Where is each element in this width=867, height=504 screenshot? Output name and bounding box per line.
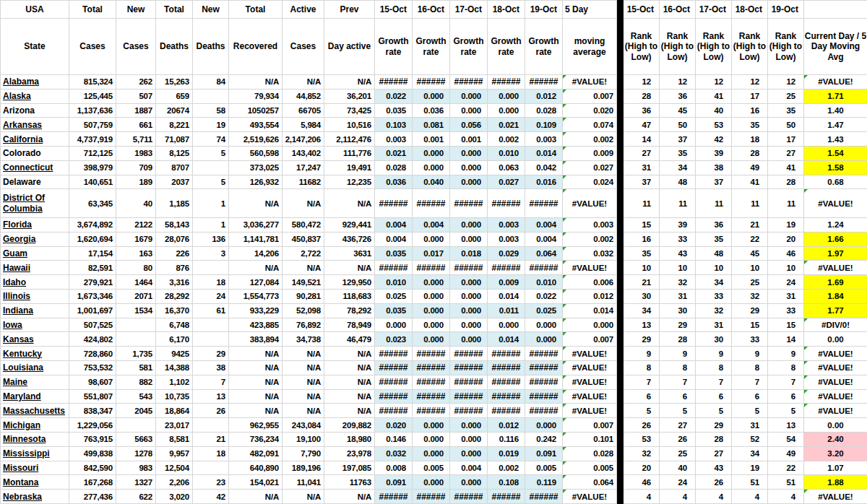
cell-state[interactable]: Alabama xyxy=(1,75,69,90)
header-rank-date-16[interactable]: 16-Oct xyxy=(660,1,696,19)
cell-growth-5[interactable]: 0.000 xyxy=(525,332,563,347)
cell-growth-4[interactable]: 0.010 xyxy=(488,146,525,160)
header-active-top[interactable]: Active xyxy=(282,1,324,19)
cell-rank-3[interactable]: 29 xyxy=(696,418,732,433)
cell-active-cases[interactable]: 17,247 xyxy=(282,160,324,175)
cell-rank-1[interactable]: 47 xyxy=(624,118,660,132)
cell-total-deaths[interactable]: 23,017 xyxy=(156,418,193,433)
cell-growth-3[interactable]: ###### xyxy=(450,404,488,418)
cell-growth-5[interactable]: 0.042 xyxy=(525,160,563,175)
cell-new-deaths[interactable]: 23 xyxy=(193,475,229,490)
cell-new-deaths[interactable] xyxy=(193,461,229,475)
cell-growth-2[interactable]: 0.000 xyxy=(413,89,450,103)
cell-total-recovered[interactable]: 383,894 xyxy=(229,332,282,347)
cell-total-cases[interactable]: 728,860 xyxy=(69,347,116,361)
cell-growth-3[interactable]: 0.018 xyxy=(450,246,488,261)
cell-prev-day-active[interactable]: 78,949 xyxy=(324,318,375,332)
cell-growth-3[interactable]: ###### xyxy=(450,490,488,504)
cell-growth-2[interactable]: 0.000 xyxy=(413,446,450,461)
cell-new-deaths[interactable] xyxy=(193,89,229,103)
cell-rank-1[interactable]: 28 xyxy=(624,89,660,103)
cell-total-cases[interactable]: 1,229,056 xyxy=(69,418,116,433)
cell-active-cases[interactable]: 44,852 xyxy=(282,89,324,103)
cell-total-recovered[interactable]: 126,932 xyxy=(229,175,282,189)
cell-rank-3[interactable]: 8 xyxy=(696,360,732,375)
cell-total-recovered[interactable]: 493,554 xyxy=(229,118,282,132)
cell-moving-average[interactable]: #VALUE! xyxy=(563,261,617,275)
cell-new-cases[interactable]: 2122 xyxy=(116,217,156,232)
cell-moving-average[interactable]: #VALUE! xyxy=(563,389,617,404)
cell-rank-2[interactable]: 5 xyxy=(660,404,696,418)
cell-new-cases[interactable]: 1679 xyxy=(116,232,156,246)
cell-active-cases[interactable]: 52,098 xyxy=(282,303,324,318)
cell-current-day-ratio[interactable]: 1.43 xyxy=(804,132,867,147)
cell-new-deaths[interactable] xyxy=(193,261,229,275)
cell-rank-1[interactable]: 35 xyxy=(624,246,660,261)
cell-total-recovered[interactable]: N/A xyxy=(229,375,282,389)
cell-total-recovered[interactable]: 640,890 xyxy=(229,461,282,475)
cell-rank-4[interactable]: 11 xyxy=(732,189,768,218)
cell-growth-1[interactable]: 0.021 xyxy=(375,146,413,160)
cell-rank-4[interactable]: 35 xyxy=(732,118,768,132)
cell-new-deaths[interactable] xyxy=(193,160,229,175)
cell-rank-2[interactable]: 36 xyxy=(660,89,696,103)
cell-state[interactable]: Illinois xyxy=(1,289,69,303)
cell-rank-5[interactable]: 46 xyxy=(768,246,804,261)
cell-growth-2[interactable]: ###### xyxy=(413,75,450,90)
cell-rank-5[interactable]: 50 xyxy=(768,118,804,132)
header-growth-date-19[interactable]: 19-Oct xyxy=(525,1,563,19)
cell-total-cases[interactable]: 842,590 xyxy=(69,461,116,475)
cell-growth-3[interactable]: ###### xyxy=(450,261,488,275)
cell-total-cases[interactable]: 1,137,636 xyxy=(69,103,116,118)
cell-prev-day-active[interactable]: 3631 xyxy=(324,246,375,261)
cell-rank-5[interactable]: 28 xyxy=(768,175,804,189)
cell-growth-4[interactable]: 0.002 xyxy=(488,461,525,475)
cell-moving-average[interactable]: 0.101 xyxy=(563,432,617,446)
cell-rank-1[interactable]: 16 xyxy=(624,232,660,246)
cell-rank-5[interactable]: 14 xyxy=(768,332,804,347)
cell-growth-4[interactable]: ###### xyxy=(488,75,525,90)
header-new-cases[interactable]: Cases xyxy=(116,19,156,75)
cell-total-cases[interactable]: 279,921 xyxy=(69,275,116,290)
cell-rank-3[interactable]: 42 xyxy=(696,132,732,147)
cell-rank-3[interactable]: 35 xyxy=(696,232,732,246)
cell-current-day-ratio[interactable]: 1.40 xyxy=(804,103,867,118)
cell-current-day-ratio[interactable]: 0.00 xyxy=(804,418,867,433)
cell-rank-3[interactable]: 5 xyxy=(696,404,732,418)
cell-new-cases[interactable]: 189 xyxy=(116,175,156,189)
cell-total-deaths[interactable]: 14,388 xyxy=(156,360,193,375)
cell-rank-2[interactable]: 34 xyxy=(660,160,696,175)
cell-growth-1[interactable]: 0.091 xyxy=(375,475,413,490)
cell-total-deaths[interactable]: 18,864 xyxy=(156,404,193,418)
cell-total-recovered[interactable]: 3,036,277 xyxy=(229,217,282,232)
header-growth-date-15[interactable]: 15-Oct xyxy=(375,1,413,19)
cell-rank-5[interactable]: 11 xyxy=(768,189,804,218)
cell-rank-3[interactable]: 31 xyxy=(696,318,732,332)
cell-growth-1[interactable]: 0.004 xyxy=(375,232,413,246)
cell-active-cases[interactable]: N/A xyxy=(282,375,324,389)
cell-total-deaths[interactable]: 659 xyxy=(156,89,193,103)
cell-new-deaths[interactable]: 26 xyxy=(193,404,229,418)
cell-moving-average[interactable]: 0.002 xyxy=(563,232,617,246)
cell-growth-3[interactable]: 0.000 xyxy=(450,146,488,160)
cell-rank-4[interactable]: 5 xyxy=(732,404,768,418)
cell-rank-1[interactable]: 29 xyxy=(624,332,660,347)
cell-growth-5[interactable]: 0.064 xyxy=(525,246,563,261)
cell-new-deaths[interactable]: 7 xyxy=(193,375,229,389)
cell-current-day-ratio[interactable]: 1.97 xyxy=(804,246,867,261)
cell-growth-3[interactable]: ###### xyxy=(450,347,488,361)
header-new-cases-top[interactable]: New xyxy=(116,1,156,19)
cell-growth-3[interactable]: ###### xyxy=(450,360,488,375)
cell-total-deaths[interactable]: 71,087 xyxy=(156,132,193,147)
cell-new-cases[interactable]: 661 xyxy=(116,118,156,132)
cell-growth-5[interactable]: 0.109 xyxy=(525,118,563,132)
cell-new-cases[interactable]: 1278 xyxy=(116,446,156,461)
cell-total-recovered[interactable]: 79,934 xyxy=(229,89,282,103)
cell-growth-3[interactable]: 0.000 xyxy=(450,275,488,290)
cell-growth-5[interactable]: 0.022 xyxy=(525,289,563,303)
cell-active-cases[interactable]: N/A xyxy=(282,347,324,361)
header-state[interactable]: State xyxy=(1,19,69,75)
cell-total-recovered[interactable]: 482,091 xyxy=(229,446,282,461)
cell-new-deaths[interactable]: 18 xyxy=(193,275,229,290)
cell-active-cases[interactable]: N/A xyxy=(282,189,324,218)
